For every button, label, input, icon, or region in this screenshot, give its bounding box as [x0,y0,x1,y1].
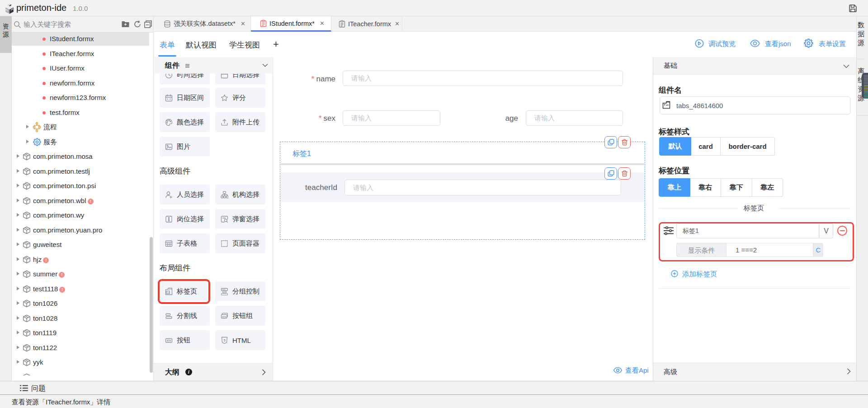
svg-text:5: 5 [223,338,225,342]
svg-text:T: T [664,104,665,106]
svg-text:BTN: BTN [167,340,171,342]
svg-text:BTN: BTN [222,316,226,318]
svg-text:ab: ab [666,104,669,106]
